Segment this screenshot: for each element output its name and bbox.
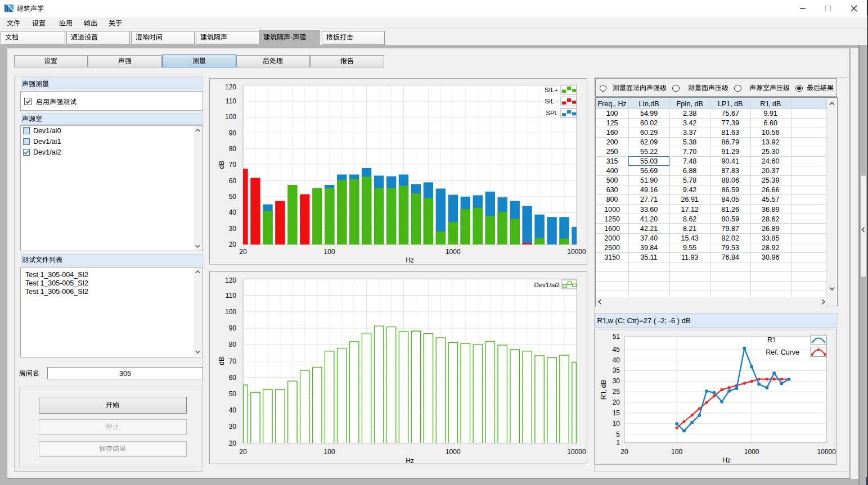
- svg-text:SPL: SPL: [546, 110, 558, 116]
- svg-text:1: 1: [616, 439, 620, 447]
- svg-text:110: 110: [226, 292, 236, 300]
- svg-text:100: 100: [324, 448, 335, 456]
- svg-text:45: 45: [613, 346, 620, 353]
- svg-text:10000: 10000: [567, 448, 586, 456]
- svg-text:50: 50: [229, 390, 237, 398]
- svg-text:Ref. Curve: Ref. Curve: [766, 348, 799, 356]
- svg-text:R'I, dB: R'I, dB: [600, 380, 608, 400]
- svg-text:25: 25: [613, 388, 620, 396]
- svg-text:60: 60: [229, 177, 237, 185]
- svg-text:35: 35: [613, 367, 620, 375]
- svg-text:30: 30: [229, 225, 237, 233]
- svg-text:Hz: Hz: [406, 256, 414, 264]
- svg-text:20: 20: [620, 448, 628, 456]
- svg-text:SIL+: SIL+: [545, 87, 558, 93]
- svg-text:20: 20: [613, 398, 620, 406]
- svg-text:100: 100: [324, 248, 335, 256]
- svg-text:Hz: Hz: [406, 457, 414, 464]
- svg-text:100: 100: [225, 113, 236, 121]
- svg-text:5: 5: [616, 430, 620, 438]
- svg-text:30: 30: [613, 378, 620, 386]
- svg-text:70: 70: [229, 161, 237, 169]
- svg-text:20: 20: [229, 439, 237, 447]
- svg-text:51: 51: [613, 333, 620, 341]
- svg-text:60: 60: [229, 374, 237, 382]
- svg-text:40: 40: [229, 208, 237, 216]
- svg-text:10000: 10000: [567, 248, 586, 256]
- svg-text:30: 30: [229, 423, 237, 430]
- svg-text:100: 100: [225, 308, 236, 316]
- svg-text:SIL -: SIL -: [545, 98, 558, 105]
- svg-text:1000: 1000: [446, 248, 461, 256]
- svg-text:80: 80: [229, 341, 237, 348]
- svg-text:20: 20: [239, 248, 247, 256]
- svg-text:dB: dB: [218, 161, 226, 169]
- svg-text:15: 15: [613, 409, 620, 417]
- svg-text:90: 90: [229, 324, 237, 332]
- svg-text:100: 100: [671, 448, 682, 456]
- svg-text:40: 40: [613, 356, 620, 364]
- svg-text:40: 40: [229, 406, 237, 414]
- svg-text:1000: 1000: [446, 448, 461, 456]
- svg-text:Dev1/ai2: Dev1/ai2: [534, 282, 560, 288]
- svg-text:50: 50: [229, 193, 237, 201]
- svg-text:70: 70: [229, 357, 237, 365]
- svg-text:120: 120: [225, 277, 236, 284]
- svg-text:90: 90: [229, 129, 237, 137]
- svg-text:Hz: Hz: [722, 457, 731, 465]
- svg-text:10000: 10000: [817, 448, 836, 456]
- svg-text:dB: dB: [218, 357, 226, 365]
- svg-text:R'I: R'I: [767, 337, 776, 345]
- svg-text:10: 10: [613, 420, 620, 428]
- svg-text:80: 80: [229, 145, 237, 153]
- svg-text:110: 110: [226, 97, 236, 105]
- svg-text:120: 120: [225, 83, 236, 91]
- svg-text:20: 20: [239, 448, 247, 456]
- svg-text:1000: 1000: [744, 448, 759, 456]
- svg-text:20: 20: [229, 241, 237, 248]
